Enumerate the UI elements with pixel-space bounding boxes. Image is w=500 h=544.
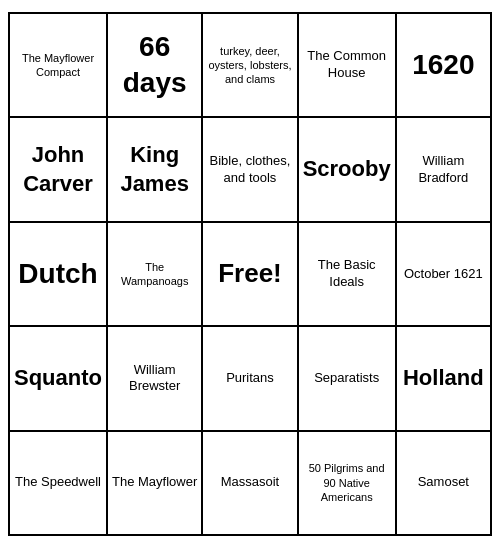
cell-r4-c0: The Speedwell bbox=[10, 432, 108, 536]
cell-r0-c2: turkey, deer, oysters, lobsters, and cla… bbox=[203, 14, 298, 118]
cell-r0-c4: 1620 bbox=[397, 14, 492, 118]
cell-r4-c2: Massasoit bbox=[203, 432, 298, 536]
cell-r2-c1: The Wampanoags bbox=[108, 223, 203, 327]
cell-r3-c1: William Brewster bbox=[108, 327, 203, 431]
cell-r4-c4: Samoset bbox=[397, 432, 492, 536]
cell-r2-c3: The Basic Ideals bbox=[299, 223, 397, 327]
cell-r2-c0: Dutch bbox=[10, 223, 108, 327]
cell-r3-c2: Puritans bbox=[203, 327, 298, 431]
cell-r3-c4: Holland bbox=[397, 327, 492, 431]
cell-r2-c2: Free! bbox=[203, 223, 298, 327]
cell-r1-c0: John Carver bbox=[10, 118, 108, 222]
cell-r0-c1: 66 days bbox=[108, 14, 203, 118]
cell-r4-c3: 50 Pilgrims and 90 Native Americans bbox=[299, 432, 397, 536]
cell-r3-c0: Squanto bbox=[10, 327, 108, 431]
cell-r2-c4: October 1621 bbox=[397, 223, 492, 327]
cell-r1-c4: William Bradford bbox=[397, 118, 492, 222]
cell-r1-c3: Scrooby bbox=[299, 118, 397, 222]
cell-r4-c1: The Mayflower bbox=[108, 432, 203, 536]
bingo-grid: The Mayflower Compact66 daysturkey, deer… bbox=[8, 12, 492, 536]
cell-r0-c0: The Mayflower Compact bbox=[10, 14, 108, 118]
cell-r3-c3: Separatists bbox=[299, 327, 397, 431]
cell-r1-c2: Bible, clothes, and tools bbox=[203, 118, 298, 222]
cell-r0-c3: The Common House bbox=[299, 14, 397, 118]
cell-r1-c1: King James bbox=[108, 118, 203, 222]
